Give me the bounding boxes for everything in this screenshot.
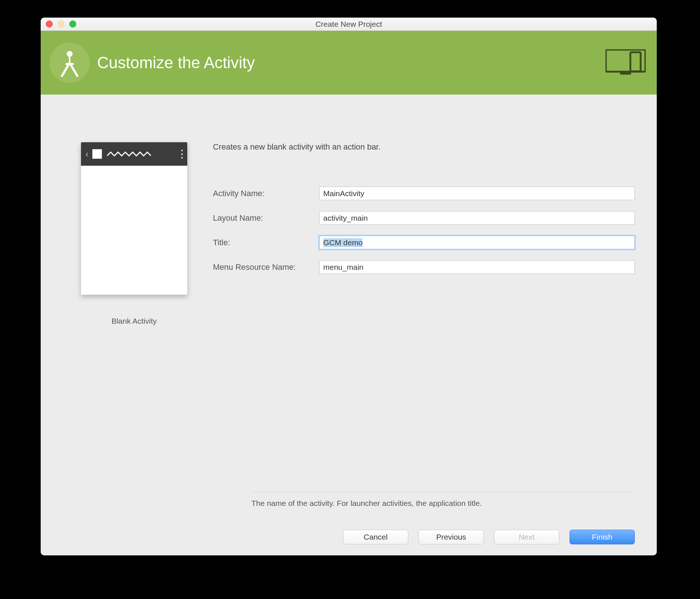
form: Creates a new blank activity with an act… bbox=[213, 142, 646, 492]
template-thumbnail: ‹ bbox=[81, 142, 187, 295]
svg-rect-2 bbox=[66, 63, 74, 65]
device-icon bbox=[605, 49, 646, 76]
dialog-window: Create New Project Customize the Activit… bbox=[41, 18, 657, 555]
menu-name-input[interactable] bbox=[319, 260, 635, 274]
menu-name-label: Menu Resource Name: bbox=[213, 262, 319, 272]
actionbar-preview: ‹ bbox=[81, 142, 187, 166]
titlebar: Create New Project bbox=[41, 18, 657, 31]
window-title: Create New Project bbox=[41, 20, 657, 29]
separator bbox=[251, 492, 635, 492]
back-icon: ‹ bbox=[85, 148, 89, 160]
activity-name-label: Activity Name: bbox=[213, 189, 319, 198]
overflow-icon bbox=[181, 150, 183, 159]
next-button: Next bbox=[494, 530, 559, 544]
template-name: Blank Activity bbox=[111, 317, 157, 326]
content-placeholder bbox=[81, 166, 187, 295]
layout-name-input[interactable] bbox=[319, 211, 635, 225]
android-studio-icon bbox=[49, 43, 90, 83]
template-preview: ‹ Blank bbox=[52, 142, 191, 492]
minimize-icon bbox=[58, 21, 65, 27]
svg-rect-5 bbox=[630, 52, 641, 71]
window-controls bbox=[46, 21, 76, 27]
previous-button[interactable]: Previous bbox=[419, 530, 484, 544]
layout-name-label: Layout Name: bbox=[213, 213, 319, 223]
wizard-title: Customize the Activity bbox=[97, 54, 255, 72]
title-input[interactable] bbox=[319, 236, 635, 249]
cancel-button[interactable]: Cancel bbox=[343, 530, 408, 544]
title-label: Title: bbox=[213, 238, 319, 247]
field-hint: The name of the activity. For launcher a… bbox=[251, 499, 635, 508]
wizard-body: ‹ Blank bbox=[41, 95, 657, 555]
svg-rect-4 bbox=[620, 73, 631, 75]
title-placeholder-icon bbox=[107, 151, 177, 157]
form-description: Creates a new blank activity with an act… bbox=[213, 142, 635, 152]
activity-name-input[interactable] bbox=[319, 187, 635, 200]
wizard-header: Customize the Activity bbox=[41, 31, 657, 95]
zoom-icon[interactable] bbox=[69, 21, 76, 27]
finish-button[interactable]: Finish bbox=[570, 530, 635, 544]
button-bar: Cancel Previous Next Finish bbox=[251, 530, 635, 544]
wizard-footer: The name of the activity. For launcher a… bbox=[52, 492, 646, 544]
svg-point-0 bbox=[67, 51, 73, 57]
close-icon[interactable] bbox=[46, 21, 53, 27]
app-icon-placeholder bbox=[92, 149, 102, 159]
